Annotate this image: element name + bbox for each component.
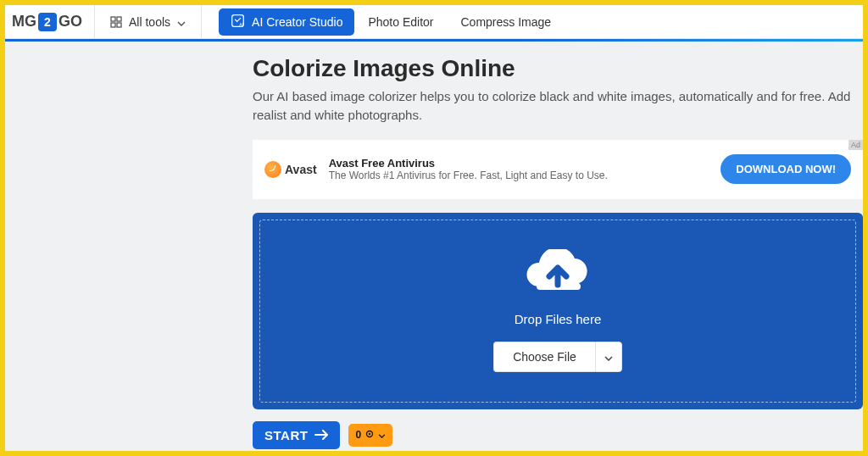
choose-file-group: Choose File [493, 342, 622, 372]
ad-logo: Avast [264, 161, 317, 178]
svg-point-8 [369, 432, 370, 434]
logo[interactable]: MG 2 GO [5, 5, 95, 38]
cloud-upload-icon [520, 249, 596, 303]
dropzone-inner: Drop Files here Choose File [259, 220, 856, 403]
ad-download-button[interactable]: DOWNLOAD NOW! [721, 154, 851, 184]
page-lead: Our AI based image colorizer helps you t… [253, 87, 863, 125]
chevron-down-icon [378, 429, 386, 441]
topbar: MG 2 GO All tools AI AI Creator Studio P… [5, 5, 863, 39]
ad-tag: Ad [849, 140, 863, 150]
logo-mg: MG [12, 13, 36, 31]
svg-rect-3 [117, 23, 121, 27]
all-tools-label: All tools [129, 15, 170, 29]
action-row: START 0 [253, 421, 863, 449]
app-frame: MG 2 GO All tools AI AI Creator Studio P… [0, 0, 868, 456]
content: Colorize Images Online Our AI based imag… [5, 42, 863, 449]
start-button[interactable]: START [253, 421, 340, 449]
page-title: Colorize Images Online [253, 55, 863, 82]
dropzone[interactable]: Drop Files here Choose File [253, 213, 863, 409]
gear-icon [364, 429, 375, 442]
settings-button[interactable]: 0 [348, 424, 392, 447]
choose-file-dropdown[interactable] [595, 342, 622, 372]
ai-creator-studio-button[interactable]: AI AI Creator Studio [219, 8, 354, 36]
svg-rect-2 [111, 23, 115, 27]
logo-num: 2 [38, 13, 57, 31]
ad-brand: Avast [285, 163, 317, 176]
svg-rect-1 [117, 17, 121, 21]
ad-sub: The Worlds #1 Antivirus for Free. Fast, … [329, 170, 721, 181]
drop-label: Drop Files here [515, 312, 602, 326]
choose-file-button[interactable]: Choose File [493, 342, 595, 372]
settings-count: 0 [355, 429, 361, 441]
logo-go: GO [58, 13, 82, 31]
ad-banner[interactable]: Ad Avast Avast Free Antivirus The Worlds… [253, 140, 863, 199]
chevron-down-icon [177, 15, 186, 29]
ad-text: Avast Free Antivirus The Worlds #1 Antiv… [329, 157, 721, 181]
all-tools-menu[interactable]: All tools [95, 5, 202, 38]
avast-icon [264, 161, 281, 178]
svg-text:AI: AI [239, 22, 243, 27]
start-label: START [264, 428, 308, 442]
svg-rect-0 [111, 17, 115, 21]
chevron-down-icon [604, 349, 613, 364]
nav-photo-editor[interactable]: Photo Editor [354, 15, 447, 29]
ad-title: Avast Free Antivirus [329, 157, 721, 170]
grid-icon [110, 16, 122, 28]
ai-icon: AI [231, 14, 245, 31]
ai-studio-label: AI Creator Studio [252, 15, 342, 29]
nav-compress-image[interactable]: Compress Image [448, 15, 565, 29]
arrow-right-icon [314, 428, 328, 442]
